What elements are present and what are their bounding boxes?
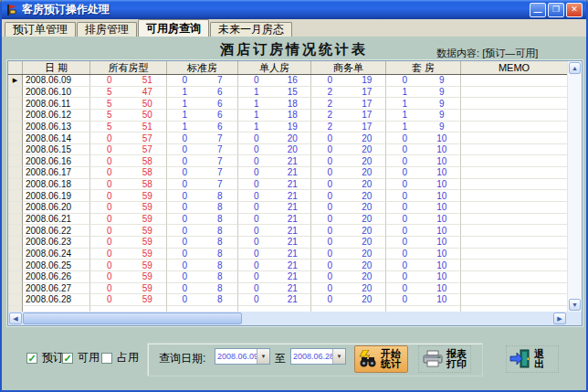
all-types-cell[interactable]: 059 xyxy=(90,225,167,237)
memo-cell[interactable] xyxy=(461,294,567,306)
row-selector-cell[interactable] xyxy=(8,249,23,260)
row-selector-cell[interactable]: ▶ xyxy=(8,75,23,87)
all-types-cell[interactable]: 057 xyxy=(90,144,167,156)
table-row[interactable]: 2008.06.25 059 08 021 020 010 xyxy=(8,260,567,271)
memo-cell[interactable] xyxy=(461,179,567,191)
standard-room-cell[interactable]: 16 xyxy=(167,122,238,133)
date-cell[interactable]: 2008.06.23 xyxy=(23,237,90,249)
suite-cell[interactable]: 09 xyxy=(386,75,461,87)
print-report-button[interactable]: 报表 打印 xyxy=(418,345,471,373)
business-single-cell[interactable]: 020 xyxy=(311,294,386,306)
horizontal-scrollbar[interactable]: ◀ ▶ xyxy=(8,312,567,325)
all-types-cell[interactable]: 057 xyxy=(90,132,167,144)
all-types-cell[interactable]: 059 xyxy=(90,249,167,260)
single-room-cell[interactable]: 020 xyxy=(238,132,311,144)
all-types-cell[interactable]: 550 xyxy=(90,98,167,110)
suite-cell[interactable]: 010 xyxy=(386,190,461,202)
suite-cell[interactable]: 010 xyxy=(386,167,461,179)
table-row[interactable]: 2008.06.10 547 16 115 217 19 xyxy=(8,87,567,99)
suite-cell[interactable]: 010 xyxy=(386,214,461,226)
column-header-standard[interactable]: 标准房 xyxy=(167,61,238,74)
single-room-cell[interactable]: 021 xyxy=(238,294,311,306)
date-cell[interactable]: 2008.06.19 xyxy=(23,190,90,202)
standard-room-cell[interactable]: 08 xyxy=(167,294,238,306)
memo-cell[interactable] xyxy=(461,249,567,260)
standard-room-cell[interactable]: 08 xyxy=(167,237,238,249)
date-cell[interactable]: 2008.06.20 xyxy=(23,202,90,214)
suite-cell[interactable]: 010 xyxy=(386,283,461,295)
table-row[interactable]: 2008.06.14 057 07 020 020 010 xyxy=(8,132,567,144)
memo-cell[interactable] xyxy=(461,132,567,144)
single-room-cell[interactable]: 021 xyxy=(238,283,311,295)
date-cell[interactable]: 2008.06.09 xyxy=(23,75,90,87)
date-cell[interactable]: 2008.06.21 xyxy=(23,214,90,226)
suite-cell[interactable]: 010 xyxy=(386,271,461,283)
table-row[interactable]: 2008.06.27 059 08 021 020 010 xyxy=(8,283,567,295)
standard-room-cell[interactable]: 16 xyxy=(167,87,238,99)
suite-cell[interactable]: 010 xyxy=(386,144,461,156)
single-room-cell[interactable]: 021 xyxy=(238,225,311,237)
table-row[interactable]: 2008.06.20 059 08 021 020 010 xyxy=(8,202,567,214)
checkbox-available[interactable]: ✓ 可用 xyxy=(62,350,100,366)
checkbox-unchecked-icon[interactable] xyxy=(101,353,112,364)
row-selector-cell[interactable] xyxy=(8,283,23,295)
suite-cell[interactable]: 010 xyxy=(386,260,461,271)
tab-room-assignment[interactable]: 排房管理 xyxy=(77,22,137,37)
business-single-cell[interactable]: 020 xyxy=(311,132,386,144)
tab-next-month-status[interactable]: 未来一月房态 xyxy=(210,22,292,37)
tab-available-room-query[interactable]: 可用房查询 xyxy=(138,19,209,37)
standard-room-cell[interactable]: 07 xyxy=(167,179,238,191)
column-header-suite[interactable]: 套 房 xyxy=(386,61,461,74)
table-row[interactable]: 2008.06.15 057 07 020 020 010 xyxy=(8,144,567,156)
business-single-cell[interactable]: 020 xyxy=(311,283,386,295)
all-types-cell[interactable]: 059 xyxy=(90,237,167,249)
row-selector-cell[interactable] xyxy=(8,144,23,156)
suite-cell[interactable]: 19 xyxy=(386,122,461,133)
scroll-up-icon[interactable]: ▲ xyxy=(569,62,581,74)
all-types-cell[interactable]: 551 xyxy=(90,122,167,133)
single-room-cell[interactable]: 021 xyxy=(238,167,311,179)
row-selector-cell[interactable] xyxy=(8,271,23,283)
table-row[interactable]: 2008.06.19 059 08 021 020 010 xyxy=(8,190,567,202)
date-cell[interactable]: 2008.06.14 xyxy=(23,132,90,144)
tab-reservation-management[interactable]: 预订单管理 xyxy=(5,22,76,37)
date-cell[interactable]: 2008.06.13 xyxy=(23,122,90,133)
business-single-cell[interactable]: 020 xyxy=(311,225,386,237)
single-room-cell[interactable]: 021 xyxy=(238,249,311,260)
standard-room-cell[interactable]: 08 xyxy=(167,271,238,283)
row-selector-cell[interactable] xyxy=(8,237,23,249)
single-room-cell[interactable]: 020 xyxy=(238,144,311,156)
suite-cell[interactable]: 010 xyxy=(386,237,461,249)
all-types-cell[interactable]: 058 xyxy=(90,167,167,179)
all-types-cell[interactable]: 058 xyxy=(90,179,167,191)
single-room-cell[interactable]: 021 xyxy=(238,260,311,271)
standard-room-cell[interactable]: 16 xyxy=(167,110,238,122)
all-types-cell[interactable]: 059 xyxy=(90,271,167,283)
standard-room-cell[interactable]: 08 xyxy=(167,214,238,226)
scroll-right-icon[interactable]: ▶ xyxy=(553,313,566,324)
memo-cell[interactable] xyxy=(461,237,567,249)
business-single-cell[interactable]: 020 xyxy=(311,167,386,179)
table-row[interactable]: 2008.06.17 058 07 021 020 010 xyxy=(8,167,567,179)
date-from-value[interactable]: 2008.06.09 xyxy=(215,349,257,364)
date-from-combobox[interactable]: 2008.06.09 ▼ xyxy=(215,348,270,365)
standard-room-cell[interactable]: 08 xyxy=(167,225,238,237)
single-room-cell[interactable]: 021 xyxy=(238,271,311,283)
scroll-left-icon[interactable]: ◀ xyxy=(9,313,22,324)
row-selector-cell[interactable] xyxy=(8,110,23,122)
date-cell[interactable]: 2008.06.18 xyxy=(23,179,90,191)
memo-cell[interactable] xyxy=(461,87,567,99)
business-single-cell[interactable]: 020 xyxy=(311,144,386,156)
single-room-cell[interactable]: 021 xyxy=(238,190,311,202)
memo-cell[interactable] xyxy=(461,271,567,283)
all-types-cell[interactable]: 051 xyxy=(90,75,167,87)
memo-cell[interactable] xyxy=(461,122,567,133)
table-row[interactable]: 2008.06.18 058 07 021 020 010 xyxy=(8,179,567,191)
titlebar[interactable]: 客房预订操作处理 — ❐ ✕ xyxy=(2,0,586,19)
single-room-cell[interactable]: 021 xyxy=(238,179,311,191)
standard-room-cell[interactable]: 07 xyxy=(167,144,238,156)
date-cell[interactable]: 2008.06.28 xyxy=(23,294,90,306)
standard-room-cell[interactable]: 16 xyxy=(167,98,238,110)
row-selector-cell[interactable] xyxy=(8,202,23,214)
memo-cell[interactable] xyxy=(461,110,567,122)
